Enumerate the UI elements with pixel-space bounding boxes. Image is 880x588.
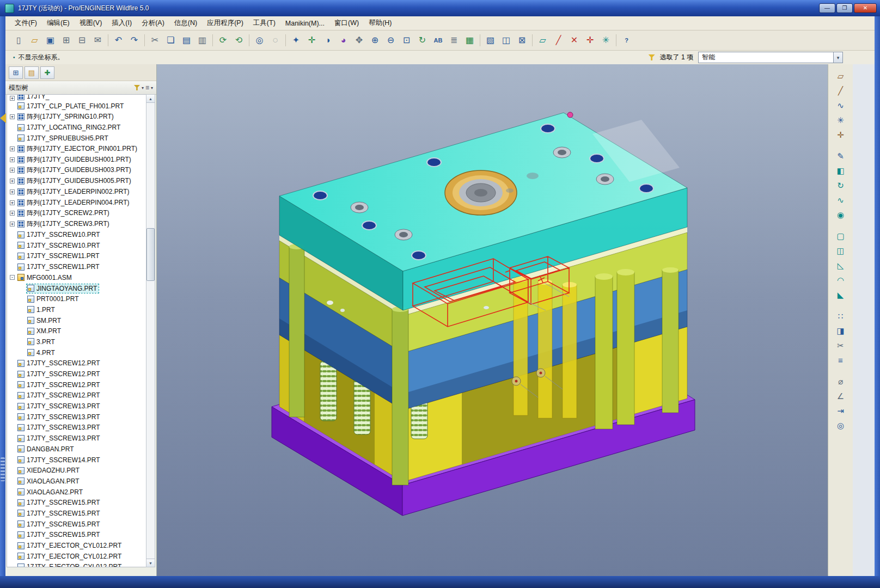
- tree-item[interactable]: - MFG0001.ASM: [7, 272, 146, 283]
- tree-expander[interactable]: +: [10, 179, 15, 183]
- tree-expander[interactable]: [10, 489, 15, 494]
- tree-item-content[interactable]: XIAOLAGAN2.PRT: [17, 488, 84, 497]
- toolbar-button[interactable]: ✉: [90, 33, 105, 47]
- tree-item-content[interactable]: 17JTY_SSCREW13.PRT: [17, 413, 102, 421]
- feature-tool-button[interactable]: ↻: [833, 179, 848, 192]
- toolbar-button[interactable]: ?: [619, 33, 634, 47]
- toolbar-button[interactable]: ◎: [252, 33, 267, 47]
- toolbar-button[interactable]: ↻: [415, 33, 430, 47]
- tree-item[interactable]: + 阵列(17JTY_GUIDEBUSH003.PRT): [7, 165, 146, 176]
- tree-item-content[interactable]: 17JTY_SSCREW13.PRT: [17, 423, 102, 432]
- tree-item[interactable]: 17JTY_SSCREW13.PRT: [7, 422, 146, 433]
- tree-item[interactable]: 17JTY_SSCREW15.PRT: [7, 497, 146, 508]
- toolbar-button[interactable]: ▦: [462, 33, 477, 47]
- feature-tool-button[interactable]: ◣: [833, 288, 848, 302]
- toolbar-button[interactable]: [285, 34, 286, 46]
- tree-expander[interactable]: [10, 565, 15, 567]
- scroll-down-button[interactable]: ▼: [146, 559, 155, 567]
- toolbar-button[interactable]: ✦: [289, 33, 303, 47]
- tree-item-content[interactable]: 17JTY_SSCREW14.PRT: [17, 456, 102, 464]
- feature-tool-button[interactable]: ∿: [833, 99, 848, 112]
- tree-item[interactable]: 17JTY_SSCREW15.PRT: [7, 530, 146, 541]
- tree-item-content[interactable]: 1.PRT: [27, 305, 57, 314]
- toolbar-button[interactable]: ✂: [148, 33, 162, 47]
- scrollbar-thumb[interactable]: [146, 228, 155, 281]
- tree-item[interactable]: + 阵列(17JTY_SCREW2.PRT): [7, 208, 146, 219]
- tree-settings-icon[interactable]: ≡: [145, 84, 149, 91]
- tree-expander[interactable]: [20, 329, 25, 334]
- feature-tool-button[interactable]: ◎: [833, 419, 848, 432]
- tree-item[interactable]: 17JTY_SSCREW12.PRT: [7, 379, 146, 390]
- tree-item-content[interactable]: 17JTY_CLP_PLATE_FH001.PRT: [17, 102, 125, 111]
- toolbar-button[interactable]: ▤: [179, 33, 194, 47]
- tree-expander[interactable]: [10, 136, 15, 140]
- menu-item[interactable]: 窗口(W): [329, 17, 364, 29]
- tree-item[interactable]: 17JTY_SSCREW11.PRT: [7, 261, 146, 272]
- toolbar-button[interactable]: ▱: [27, 33, 42, 47]
- tree-item-content[interactable]: 17JTY_SSCREW12.PRT: [17, 391, 102, 400]
- feature-tool-button[interactable]: ◉: [833, 208, 848, 222]
- tree-expander[interactable]: [20, 286, 25, 291]
- feature-tool-button[interactable]: ∷: [833, 309, 848, 323]
- navigator-tab-button[interactable]: ⊞: [9, 66, 23, 79]
- tree-item-content[interactable]: 17JTY_SSCREW10.PRT: [17, 241, 102, 250]
- tree-item-content[interactable]: 阵列(17JTY_SCREW2.PRT): [17, 208, 111, 218]
- toolbar-button[interactable]: ◫: [499, 33, 514, 47]
- tree-item[interactable]: 17JTY_LOCATING_RING2.PRT: [7, 122, 146, 133]
- tree-scrollbar[interactable]: ▲ ▼: [146, 94, 155, 567]
- tree-item[interactable]: XIAOLAGAN2.PRT: [7, 487, 146, 498]
- tree-expander[interactable]: -: [10, 275, 15, 280]
- tree-expander[interactable]: [10, 446, 15, 451]
- tree-item-content[interactable]: 17JTY_: [17, 95, 51, 101]
- toolbar-button[interactable]: ✕: [567, 33, 582, 47]
- tree-item-content[interactable]: 17JTY_SSCREW10.PRT: [17, 230, 102, 239]
- tree-item[interactable]: 4.PRT: [7, 347, 146, 358]
- toolbar-button[interactable]: [532, 34, 533, 46]
- tree-filter-icon[interactable]: [134, 85, 140, 90]
- tree-item[interactable]: + 阵列(17JTY_EJECTOR_PIN001.PRT): [7, 144, 146, 155]
- tree-item-content[interactable]: 3.PRT: [27, 338, 57, 346]
- tree-item[interactable]: PRT0001.PRT: [7, 293, 146, 304]
- feature-tool-button[interactable]: ✳: [833, 113, 848, 127]
- tree-item[interactable]: JINGTAOYANG.PRT: [7, 283, 146, 294]
- tree-item[interactable]: 17JTY_SSCREW12.PRT: [7, 390, 146, 401]
- tree-expander[interactable]: [10, 522, 15, 526]
- tree-expander[interactable]: +: [10, 114, 15, 119]
- tree-expander[interactable]: [10, 436, 15, 441]
- tree-item-content[interactable]: 阵列(17JTY_LEADERPIN004.PRT): [17, 198, 131, 208]
- minimize-button[interactable]: —: [819, 3, 835, 13]
- maximize-button[interactable]: ❐: [836, 3, 853, 13]
- tree-item[interactable]: + 阵列(17JTY_GUIDEBUSH005.PRT): [7, 176, 146, 187]
- tree-item-content[interactable]: 阵列(17JTY_SPRING10.PRT): [17, 112, 115, 122]
- toolbar-button[interactable]: [108, 34, 108, 46]
- tree-expander[interactable]: [10, 232, 15, 237]
- toolbar-button[interactable]: ⊠: [515, 33, 529, 47]
- tree-item[interactable]: + 阵列(17JTY_GUIDEBUSH001.PRT): [7, 154, 146, 165]
- tree-expander[interactable]: [10, 125, 15, 130]
- toolbar-button[interactable]: ✛: [304, 33, 319, 47]
- tree-item-content[interactable]: 17JTY_LOCATING_RING2.PRT: [17, 123, 122, 132]
- feature-tool-button[interactable]: ∠: [833, 389, 848, 403]
- tree-expander[interactable]: +: [10, 168, 15, 173]
- tree-expander[interactable]: [10, 500, 15, 505]
- tree-expander[interactable]: [10, 265, 15, 270]
- tree-item[interactable]: + 阵列(17JTY_LEADERPIN002.PRT): [7, 187, 146, 198]
- feature-tool-button[interactable]: [833, 143, 848, 148]
- tree-item-content[interactable]: XIAOLAGAN.PRT: [17, 477, 81, 486]
- tree-expander[interactable]: [10, 554, 15, 559]
- tree-item[interactable]: 17JTY_EJECTOR_CYL012.PRT: [7, 540, 146, 551]
- 3d-viewport[interactable]: [157, 64, 828, 576]
- feature-tool-button[interactable]: ✂: [833, 339, 848, 352]
- menu-item[interactable]: 信息(N): [169, 17, 202, 29]
- tree-expander[interactable]: [20, 318, 25, 323]
- toolbar-button[interactable]: ▣: [43, 33, 58, 47]
- tree-item[interactable]: 17JTY_SSCREW15.PRT: [7, 519, 146, 530]
- menu-item[interactable]: Manikin(M)...: [280, 18, 329, 29]
- tree-expander[interactable]: [20, 350, 25, 355]
- tree-expander[interactable]: +: [10, 222, 15, 226]
- tree-item[interactable]: + 阵列(17JTY_SPRING10.PRT): [7, 112, 146, 122]
- menu-item[interactable]: 文件(F): [10, 17, 42, 29]
- tree-item-content[interactable]: 17JTY_SSCREW12.PRT: [17, 381, 102, 389]
- tree-item[interactable]: 3.PRT: [7, 336, 146, 347]
- tree-item-content[interactable]: 17JTY_SSCREW11.PRT: [17, 262, 101, 271]
